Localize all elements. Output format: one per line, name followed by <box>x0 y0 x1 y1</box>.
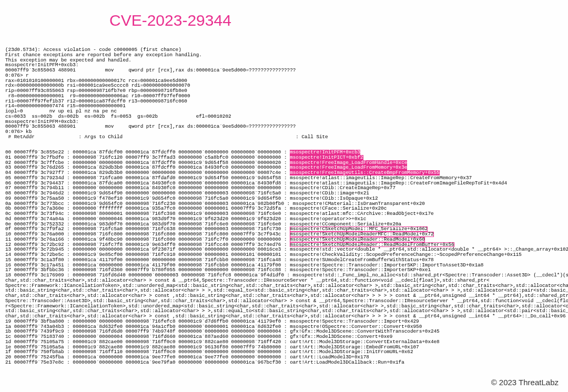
stack-trace: 00 00007ff9`3c855e22 : 000001ca`87fdcf00… <box>5 150 568 365</box>
stack-row: 21 00007ff9`75e37e8c : 00000000`00000000… <box>5 360 568 365</box>
copyright: © 2023 ThreatLabz <box>491 378 559 387</box>
debug-header: (23d0.5734): Access violation - code c00… <box>5 47 328 140</box>
page-title: CVE-2023-29344 <box>109 12 231 29</box>
